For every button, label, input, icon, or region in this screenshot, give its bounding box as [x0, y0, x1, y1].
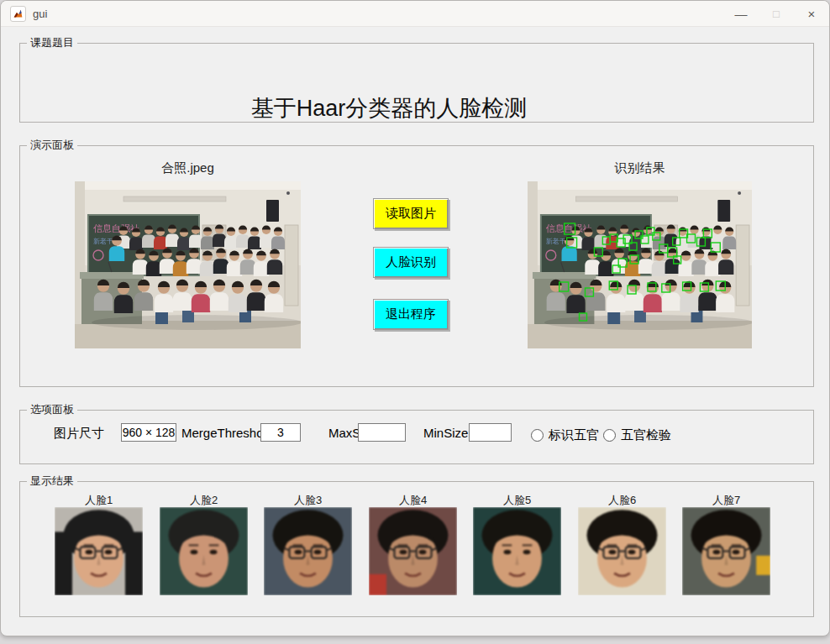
- minimize-button[interactable]: —: [723, 1, 759, 26]
- window-controls: — □ ×: [723, 1, 829, 26]
- face-detect-button[interactable]: 人脸识别: [373, 247, 449, 278]
- radio-icon: [531, 429, 544, 442]
- face-label: 人脸4: [369, 493, 457, 507]
- source-image-caption: 合照.jpeg: [75, 160, 301, 176]
- face-label: 人脸5: [473, 493, 561, 507]
- face-label: 人脸6: [578, 493, 666, 507]
- face-thumb: [473, 507, 561, 595]
- min-size-label: MinSize: [423, 426, 468, 440]
- face-cell: 人脸1: [55, 493, 143, 595]
- face-thumb: [160, 507, 248, 595]
- min-size-field[interactable]: [469, 423, 512, 442]
- face-cell: 人脸6: [578, 493, 666, 595]
- radio-icon: [603, 429, 616, 442]
- gui-window: gui — □ × 课题题目 基于Haar分类器的人脸检测 演示面板 合照.jp…: [0, 0, 830, 636]
- maximize-button: □: [759, 1, 794, 26]
- window-body: 课题题目 基于Haar分类器的人脸检测 演示面板 合照.jpeg 识别结果: [1, 26, 829, 636]
- source-image: 信息自强社 新老干部交接: [75, 181, 301, 348]
- face-cell: 人脸4: [369, 493, 457, 595]
- face-thumb: [55, 507, 143, 595]
- exit-button[interactable]: 退出程序: [373, 299, 449, 330]
- face-thumb: [264, 507, 352, 595]
- face-cell: 人脸5: [473, 493, 561, 595]
- close-button[interactable]: ×: [794, 1, 829, 26]
- face-label: 人脸3: [264, 493, 352, 507]
- result-image-caption: 识别结果: [528, 160, 752, 176]
- title-bar: gui — □ ×: [1, 1, 829, 27]
- face-label: 人脸1: [55, 493, 143, 507]
- matlab-icon: [10, 6, 26, 22]
- result-image: 信息自强社 新老干部交接: [528, 181, 752, 348]
- face-label: 人脸7: [682, 493, 770, 507]
- window-title: gui: [33, 8, 47, 20]
- radio-mark-features[interactable]: 标识五官: [531, 427, 599, 443]
- group-photo: 信息自强社 新老干部交接: [75, 181, 301, 348]
- read-image-button[interactable]: 读取图片: [373, 198, 449, 229]
- group-photo: 信息自强社 新老干部交接: [528, 181, 752, 348]
- topic-panel-label: 课题题目: [27, 35, 77, 50]
- max-size-field[interactable]: [358, 423, 406, 442]
- face-thumb: [369, 507, 457, 595]
- face-thumb: [578, 507, 666, 595]
- image-size-label: 图片尺寸: [54, 426, 104, 442]
- desktop: gui — □ × 课题题目 基于Haar分类器的人脸检测 演示面板 合照.jp…: [0, 0, 830, 644]
- face-thumb: [682, 507, 770, 595]
- face-cell: 人脸2: [160, 493, 248, 595]
- merge-threshold-label: MergeThresho: [181, 426, 264, 440]
- merge-threshold-field[interactable]: [260, 423, 301, 442]
- face-cell: 人脸3: [264, 493, 352, 595]
- page-title: 基于Haar分类器的人脸检测: [19, 93, 759, 123]
- face-label: 人脸2: [160, 493, 248, 507]
- radio-verify-features[interactable]: 五官检验: [603, 427, 671, 443]
- options-panel-label: 选项面板: [27, 402, 77, 417]
- demo-panel-label: 演示面板: [27, 138, 77, 153]
- results-panel-label: 显示结果: [27, 474, 77, 489]
- image-size-field[interactable]: [121, 423, 176, 442]
- face-cell: 人脸7: [682, 493, 770, 595]
